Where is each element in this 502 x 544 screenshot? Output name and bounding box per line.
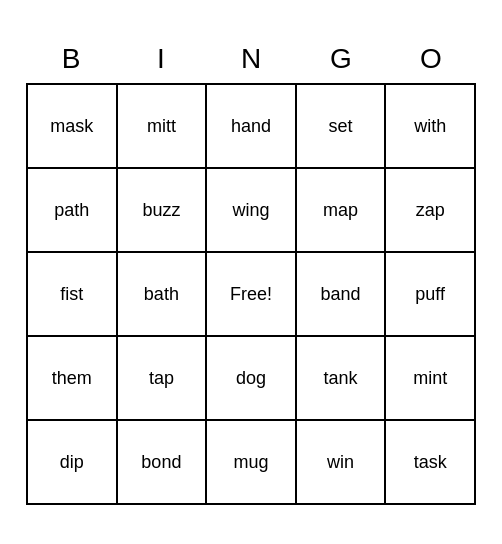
bingo-row-3: themtapdogtankmint [28,337,474,421]
bingo-cell-0-4: with [386,85,474,167]
header-letter-n: N [206,39,296,79]
bingo-cell-3-3: tank [297,337,387,419]
bingo-cell-4-3: win [297,421,387,503]
bingo-header: BINGO [26,39,476,79]
bingo-row-2: fistbathFree!bandpuff [28,253,474,337]
bingo-cell-4-4: task [386,421,474,503]
bingo-cell-1-2: wing [207,169,297,251]
header-letter-i: I [116,39,206,79]
bingo-grid: maskmitthandsetwithpathbuzzwingmapzapfis… [26,83,476,505]
bingo-row-4: dipbondmugwintask [28,421,474,503]
bingo-cell-0-3: set [297,85,387,167]
bingo-cell-1-4: zap [386,169,474,251]
bingo-cell-2-3: band [297,253,387,335]
bingo-cell-3-1: tap [118,337,208,419]
bingo-cell-1-0: path [28,169,118,251]
bingo-cell-2-0: fist [28,253,118,335]
bingo-cell-2-1: bath [118,253,208,335]
header-letter-b: B [26,39,116,79]
header-letter-o: O [386,39,476,79]
bingo-cell-3-2: dog [207,337,297,419]
bingo-cell-2-2: Free! [207,253,297,335]
bingo-cell-1-1: buzz [118,169,208,251]
bingo-row-1: pathbuzzwingmapzap [28,169,474,253]
bingo-card: BINGO maskmitthandsetwithpathbuzzwingmap… [26,39,476,505]
bingo-cell-3-4: mint [386,337,474,419]
header-letter-g: G [296,39,386,79]
bingo-cell-0-1: mitt [118,85,208,167]
bingo-cell-0-0: mask [28,85,118,167]
bingo-cell-4-0: dip [28,421,118,503]
bingo-cell-3-0: them [28,337,118,419]
bingo-cell-4-1: bond [118,421,208,503]
bingo-cell-2-4: puff [386,253,474,335]
bingo-row-0: maskmitthandsetwith [28,85,474,169]
bingo-cell-4-2: mug [207,421,297,503]
bingo-cell-0-2: hand [207,85,297,167]
bingo-cell-1-3: map [297,169,387,251]
